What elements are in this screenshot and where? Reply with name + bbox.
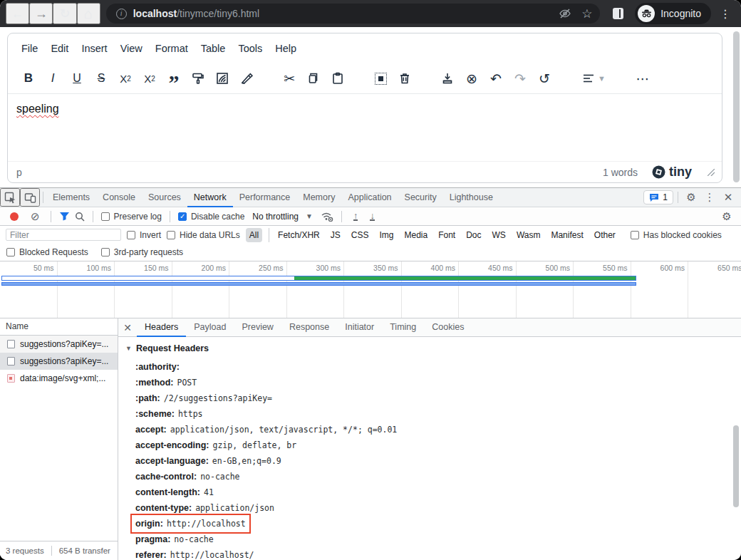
name-column-header[interactable]: Name	[0, 318, 118, 336]
select-all-icon[interactable]	[368, 66, 393, 90]
redo-icon[interactable]: ↷	[508, 66, 532, 90]
resource-type-filter[interactable]: WS	[489, 228, 509, 242]
invert-box[interactable]	[127, 231, 135, 239]
home-icon[interactable]: ⌂	[77, 3, 100, 24]
more-icon[interactable]: ⋯	[631, 66, 655, 90]
devtools-tab[interactable]: Elements	[46, 188, 96, 207]
editor-menu-item[interactable]: File	[15, 38, 44, 58]
visibility-off-icon[interactable]	[559, 7, 571, 20]
resource-type-filter[interactable]: Img	[375, 228, 397, 242]
resource-type-filter[interactable]: Doc	[462, 228, 484, 242]
element-path[interactable]: p	[16, 167, 22, 178]
request-headers-section[interactable]: ▼ Request Headers	[125, 343, 741, 353]
devtools-settings-icon[interactable]: ⚙	[683, 191, 700, 204]
address-bar[interactable]: i localhost /tinymce/tiny6.html ☆	[106, 4, 600, 24]
resource-type-filter[interactable]: Wasm	[513, 228, 544, 242]
invert-checkbox[interactable]: Invert	[127, 230, 161, 240]
permanent-pen-icon[interactable]	[234, 66, 259, 90]
network-filter-input[interactable]	[6, 229, 121, 241]
blocked-requests-box[interactable]	[6, 248, 15, 256]
align-dropdown-icon[interactable]: ▼	[575, 66, 612, 90]
preserve-log-checkbox[interactable]: Preserve log	[101, 212, 162, 222]
resource-type-filter[interactable]: JS	[327, 228, 344, 242]
restore-draft-icon[interactable]: ↺	[532, 66, 556, 90]
delete-icon[interactable]	[393, 66, 417, 90]
detail-tab[interactable]: Cookies	[424, 318, 472, 337]
devtools-menu-icon[interactable]: ⋮	[701, 191, 718, 204]
site-info-icon[interactable]: i	[116, 9, 127, 19]
back-icon[interactable]: ←	[6, 3, 29, 24]
blocked-requests-checkbox[interactable]: Blocked Requests	[6, 247, 88, 257]
blocked-cookies-box[interactable]	[631, 231, 639, 239]
browser-menu-icon[interactable]: ⋮	[720, 7, 731, 21]
superscript-icon[interactable]: X2	[138, 66, 162, 90]
cancel-icon[interactable]: ⊗	[460, 66, 484, 90]
editor-menu-item[interactable]: Edit	[44, 38, 75, 58]
editor-content[interactable]: speeling	[8, 94, 722, 161]
network-conditions-icon[interactable]	[321, 212, 333, 222]
devtools-close-icon[interactable]: ✕	[720, 191, 737, 204]
details-scrollbar[interactable]	[733, 425, 739, 507]
incognito-chip[interactable]: Incognito	[635, 3, 711, 24]
request-row[interactable]: suggestions?apiKey=...	[0, 353, 118, 370]
device-toolbar-icon[interactable]	[20, 188, 40, 207]
devtools-tab[interactable]: Network	[187, 188, 233, 207]
tiny-brand[interactable]: tiny	[652, 165, 692, 180]
export-har-icon[interactable]: ↓	[370, 212, 375, 221]
disable-cache-box[interactable]	[178, 212, 187, 221]
download-icon[interactable]	[435, 66, 460, 90]
third-party-box[interactable]	[101, 248, 110, 256]
editor-menu-item[interactable]: Table	[195, 38, 232, 58]
search-icon[interactable]	[75, 212, 85, 222]
close-details-icon[interactable]: ✕	[118, 322, 137, 333]
misspelled-word[interactable]: speeling	[16, 103, 59, 115]
devtools-tab[interactable]: Sources	[142, 188, 187, 207]
blockquote-icon[interactable]: ”	[162, 66, 186, 90]
resize-grip-icon[interactable]	[708, 169, 715, 176]
blocked-cookies-checkbox[interactable]: Has blocked cookies	[631, 230, 722, 240]
resource-type-filter[interactable]: Font	[435, 228, 459, 242]
request-row[interactable]: suggestions?apiKey=...	[0, 336, 118, 353]
format-painter-icon[interactable]	[186, 66, 210, 90]
import-har-icon[interactable]: ↑	[353, 212, 358, 221]
devtools-tab[interactable]: Security	[398, 188, 443, 207]
cut-icon[interactable]: ✂	[277, 66, 301, 90]
disable-cache-checkbox[interactable]: Disable cache	[178, 212, 244, 222]
devtools-tab[interactable]: Memory	[296, 188, 341, 207]
detail-tab[interactable]: Payload	[186, 318, 234, 337]
bold-icon[interactable]: B	[16, 66, 41, 90]
network-settings-icon[interactable]: ⚙	[718, 210, 735, 223]
detail-tab[interactable]: Preview	[234, 318, 281, 337]
copy-icon[interactable]	[301, 66, 326, 90]
resource-type-filter[interactable]: Manifest	[547, 228, 586, 242]
editor-menu-item[interactable]: Insert	[75, 38, 113, 58]
throttling-select[interactable]: No throttling ▼	[249, 212, 316, 222]
devtools-tab[interactable]: Application	[341, 188, 398, 207]
devtools-tab[interactable]: Console	[96, 188, 142, 207]
third-party-checkbox[interactable]: 3rd-party requests	[101, 247, 183, 257]
devtools-tab[interactable]: Lighthouse	[443, 188, 499, 207]
underline-icon[interactable]: U	[65, 66, 89, 90]
resource-type-filter[interactable]: All	[246, 228, 262, 242]
network-overview[interactable]: 50 ms100 ms150 ms200 ms250 ms300 ms350 m…	[0, 261, 741, 318]
hide-data-urls-box[interactable]	[167, 231, 175, 239]
resource-type-filter[interactable]: Fetch/XHR	[269, 228, 323, 242]
undo-icon[interactable]: ↶	[484, 66, 508, 90]
resource-type-filter[interactable]: CSS	[348, 228, 373, 242]
editor-menu-item[interactable]: View	[114, 38, 149, 58]
detail-tab[interactable]: Initiator	[337, 318, 382, 337]
page-scrollbar[interactable]	[733, 31, 740, 182]
reload-icon[interactable]: ↻	[53, 3, 76, 24]
paste-icon[interactable]	[326, 66, 350, 90]
clear-icon[interactable]: ⊘	[31, 210, 40, 223]
forward-icon[interactable]: →	[29, 3, 53, 24]
preserve-log-box[interactable]	[101, 212, 110, 221]
resource-type-filter[interactable]: Other	[591, 228, 619, 242]
request-row[interactable]: data:image/svg+xml;...	[0, 370, 118, 387]
detail-tab[interactable]: Timing	[382, 318, 424, 337]
issues-chip[interactable]: 1	[643, 190, 673, 204]
strikethrough-icon[interactable]: S	[89, 66, 113, 90]
image-icon[interactable]	[210, 66, 234, 90]
inspect-icon[interactable]	[0, 188, 20, 207]
editor-menu-item[interactable]: Help	[269, 38, 303, 58]
